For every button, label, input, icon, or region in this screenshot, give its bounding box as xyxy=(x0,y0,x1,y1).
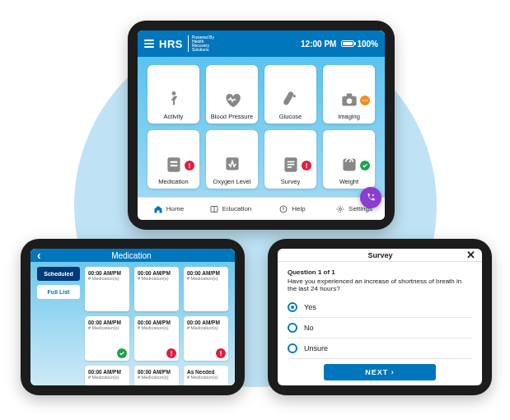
med-card-time: 00:00 AM/PM xyxy=(187,320,225,325)
tile-medication[interactable]: Medication xyxy=(147,130,199,189)
med-card[interactable]: 00:00 AM/PM# Medication(s) xyxy=(134,366,179,385)
med-title: Medication xyxy=(44,251,218,260)
tile-survey[interactable]: Survey xyxy=(264,130,316,189)
close-icon[interactable]: ✕ xyxy=(466,249,475,261)
svg-point-20 xyxy=(306,167,307,169)
alert-badge-red xyxy=(185,161,194,170)
nav-help[interactable]: ? Help xyxy=(261,198,323,220)
svg-rect-1 xyxy=(283,91,294,105)
clock-label: 12:00 PM xyxy=(301,40,336,49)
heart-ecg-icon xyxy=(222,89,243,110)
brand-logo: HRS xyxy=(159,38,183,50)
svg-rect-12 xyxy=(189,163,189,166)
call-fab[interactable] xyxy=(360,187,381,208)
nav-home[interactable]: Home xyxy=(138,198,199,220)
svg-rect-21 xyxy=(343,158,355,170)
help-icon: ? xyxy=(278,204,288,214)
nav-education[interactable]: Education xyxy=(199,198,261,220)
med-card[interactable]: As Needed# Medication(s) xyxy=(184,366,228,385)
nav-label: Help xyxy=(292,205,305,212)
alert-badge-red xyxy=(166,348,176,358)
battery-icon xyxy=(341,40,354,47)
med-card-time: 00:00 AM/PM xyxy=(138,320,175,325)
svg-rect-19 xyxy=(306,163,306,166)
nav-label: Home xyxy=(166,205,184,212)
survey-option[interactable]: Yes xyxy=(288,297,472,318)
med-card-sub: # Medication(s) xyxy=(138,276,175,281)
tile-blood-pressure[interactable]: Blood Pressure xyxy=(206,65,258,124)
tab-full-list[interactable]: Full List xyxy=(37,285,80,299)
tab-scheduled[interactable]: Scheduled xyxy=(37,267,80,281)
med-card-sub: # Medication(s) xyxy=(187,325,225,330)
med-card-sub: # Medication(s) xyxy=(88,375,126,380)
med-card[interactable]: 00:00 AM/PM# Medication(s) xyxy=(85,316,129,361)
nav-label: Education xyxy=(222,205,252,212)
tile-label: Survey xyxy=(281,179,300,185)
med-card-sub: # Medication(s) xyxy=(88,325,126,330)
med-card-time: As Needed xyxy=(187,369,225,375)
med-card-sub: # Medication(s) xyxy=(187,375,225,380)
weight-icon xyxy=(339,154,360,175)
option-label: Yes xyxy=(304,303,316,311)
svg-text:?: ? xyxy=(283,207,285,212)
survey-option[interactable]: No xyxy=(288,318,472,338)
alert-badge-orange xyxy=(360,96,370,105)
back-icon[interactable]: ‹ xyxy=(37,249,41,262)
tablet-survey: Survey ✕ Question 1 of 1 Have you experi… xyxy=(268,239,492,395)
med-card[interactable]: 00:00 AM/PM# Medication(s) xyxy=(184,316,228,361)
activity-icon xyxy=(163,89,185,110)
med-card[interactable]: 00:00 AM/PM# Medication(s) xyxy=(85,267,129,311)
med-card-sub: # Medication(s) xyxy=(138,375,175,380)
tile-glucose[interactable]: Glucose xyxy=(264,65,316,124)
alert-badge-red xyxy=(302,161,311,170)
question-text: Have you experienced an increase of shor… xyxy=(288,278,472,292)
tile-label: Blood Pressure xyxy=(211,114,253,120)
glucose-icon xyxy=(280,89,302,110)
tablet-medication: ‹ Medication Scheduled Full List 00:00 A… xyxy=(21,239,245,395)
med-card[interactable]: 00:00 AM/PM# Medication(s) xyxy=(134,316,179,361)
svg-rect-17 xyxy=(287,163,294,165)
next-button[interactable]: NEXT › xyxy=(324,364,436,380)
med-topbar: ‹ Medication xyxy=(30,249,235,262)
med-card-time: 00:00 AM/PM xyxy=(88,369,126,375)
med-card-time: 00:00 AM/PM xyxy=(88,320,126,325)
svg-rect-28 xyxy=(171,351,171,354)
svg-rect-11 xyxy=(170,165,177,166)
tile-activity[interactable]: Activity xyxy=(147,65,199,124)
home-grid: Activity Blood Pressure Glucose Imaging … xyxy=(138,57,385,197)
success-badge-green xyxy=(117,348,127,358)
svg-rect-30 xyxy=(220,351,221,354)
svg-point-31 xyxy=(220,355,222,357)
camera-icon xyxy=(339,89,360,110)
svg-point-4 xyxy=(346,98,352,104)
alert-badge-red xyxy=(216,348,226,358)
tablet-home: HRS Powered By Health Recovery Solutions… xyxy=(128,21,395,230)
med-card-time: 00:00 AM/PM xyxy=(88,270,126,276)
radio-icon xyxy=(288,343,297,353)
question-number: Question 1 of 1 xyxy=(288,268,472,276)
tile-weight[interactable]: Weight xyxy=(323,130,375,189)
svg-point-7 xyxy=(364,100,366,101)
svg-rect-5 xyxy=(346,93,352,96)
oxygen-icon xyxy=(222,154,243,175)
svg-point-8 xyxy=(367,100,368,101)
tile-label: Imaging xyxy=(338,114,360,120)
option-label: Unsure xyxy=(304,344,328,352)
success-badge-green xyxy=(360,161,370,170)
next-label: NEXT xyxy=(365,368,388,376)
med-card-sub: # Medication(s) xyxy=(138,325,175,330)
radio-icon xyxy=(288,302,297,312)
tile-imaging[interactable]: Imaging xyxy=(323,65,375,124)
tile-label: Glucose xyxy=(279,114,302,120)
med-card[interactable]: 00:00 AM/PM# Medication(s) xyxy=(134,267,179,311)
med-tabs: Scheduled Full List xyxy=(37,267,80,385)
brand-subtitle: Powered By Health Recovery Solutions xyxy=(188,35,214,52)
menu-icon[interactable] xyxy=(144,40,154,48)
med-card[interactable]: 00:00 AM/PM# Medication(s) xyxy=(85,366,129,385)
med-card[interactable]: 00:00 AM/PM# Medication(s) xyxy=(184,267,228,311)
svg-point-29 xyxy=(171,355,172,357)
survey-option[interactable]: Unsure xyxy=(288,338,472,359)
tile-oxygen[interactable]: Oxygen Level xyxy=(206,130,258,189)
med-card-time: 00:00 AM/PM xyxy=(187,270,225,276)
bottom-nav: Home Education ? Help Settings xyxy=(138,197,385,220)
